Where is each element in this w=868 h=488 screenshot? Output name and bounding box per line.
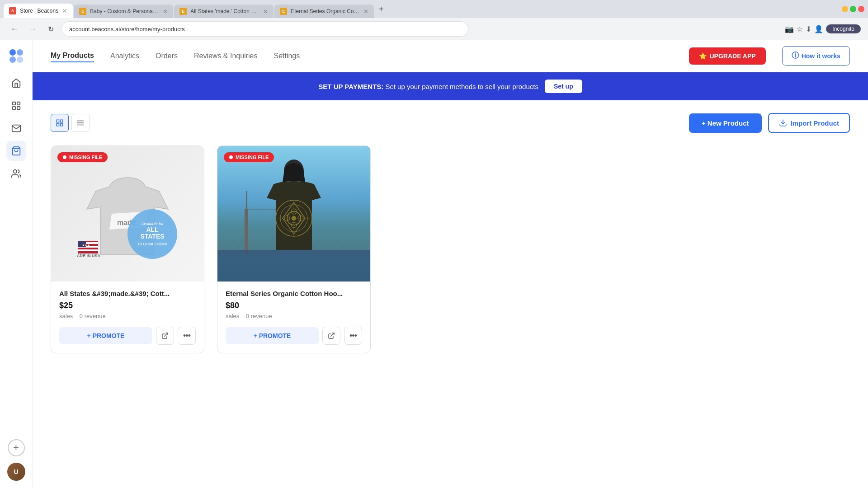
product-1-more-button[interactable]: ••• — [178, 327, 196, 345]
new-tab-button[interactable]: + — [375, 3, 387, 15]
product-2-open-button[interactable] — [322, 327, 340, 345]
svg-point-0 — [9, 49, 16, 56]
svg-text:ALL: ALL — [146, 226, 159, 233]
sidebar-item-people[interactable] — [6, 164, 26, 183]
upgrade-app-button[interactable]: ⭐ UPGRADE APP — [689, 47, 765, 65]
window-maximize[interactable] — [850, 6, 856, 12]
product-1-title: All States &#39;made.&#39; Cott... — [59, 290, 196, 297]
product-2-more-button[interactable]: ••• — [344, 327, 362, 345]
question-circle-icon: ⓘ — [792, 51, 799, 61]
svg-rect-12 — [57, 124, 59, 126]
nav-orders[interactable]: Orders — [156, 50, 178, 62]
banner-title: SET UP PAYMENTS: — [318, 83, 383, 90]
sidebar-item-home[interactable] — [6, 73, 26, 93]
svg-rect-10 — [57, 120, 59, 122]
reload-button[interactable]: ↻ — [43, 22, 58, 36]
back-button[interactable]: ← — [7, 22, 22, 36]
setup-button[interactable]: Set up — [545, 80, 582, 93]
how-it-works-button[interactable]: ⓘ How it works — [782, 46, 850, 66]
external-link-2-icon — [328, 332, 335, 339]
toolbar: + New Product Import Product — [51, 113, 850, 133]
svg-rect-6 — [12, 107, 15, 109]
tab-2-favicon: E — [79, 8, 86, 15]
product-2-actions: + PROMOTE ••• — [226, 327, 362, 345]
import-product-button[interactable]: Import Product — [768, 113, 850, 133]
product-1-sales-spacer — [75, 313, 78, 319]
tab-2-close[interactable]: ✕ — [163, 8, 168, 15]
nav-settings[interactable]: Settings — [274, 50, 300, 62]
product-2-promote-button[interactable]: + PROMOTE — [226, 327, 319, 344]
tab-1[interactable]: S Store | Beacons ✕ — [4, 4, 73, 18]
tab-4-label: Eternal Series Organic Cotton H... — [291, 8, 360, 14]
tab-3[interactable]: E All States 'made.' Cotton Baby C... ✕ — [174, 5, 274, 18]
nav-analytics[interactable]: Analytics — [110, 50, 139, 62]
svg-point-3 — [17, 56, 23, 63]
address-text: account.beacons.ai/store/home/my-product… — [69, 26, 185, 33]
nav-my-products[interactable]: My Products — [51, 50, 94, 62]
product-1-open-button[interactable] — [156, 327, 174, 345]
product-2-image-container: MISSING FILE — [217, 146, 370, 282]
tab-3-favicon: E — [179, 8, 187, 15]
sidebar: + U — [0, 40, 33, 488]
address-bar-row: ← → ↻ account.beacons.ai/store/home/my-p… — [0, 18, 868, 40]
tab-1-label: Store | Beacons — [20, 8, 58, 14]
grid-icon — [56, 119, 64, 127]
external-link-icon — [161, 332, 169, 339]
product-2-sales-spacer — [241, 313, 244, 319]
nav-reviews[interactable]: Reviews & Inquiries — [194, 50, 258, 62]
banner-text: SET UP PAYMENTS: Set up your payment met… — [318, 83, 538, 90]
svg-text:STATES: STATES — [140, 233, 164, 240]
product-1-info: All States &#39;made.&#39; Cott... $25 s… — [51, 282, 204, 353]
new-product-button[interactable]: + New Product — [689, 113, 762, 133]
forward-button[interactable]: → — [25, 22, 40, 36]
tab-2[interactable]: E Baby - Custom & Personalised... ✕ — [74, 5, 173, 18]
more-dots-2-icon: ••• — [349, 331, 357, 341]
product-1-actions: + PROMOTE ••• — [59, 327, 196, 345]
product-card-1[interactable]: made. Available for ALL STATES 10 Great … — [51, 145, 204, 353]
svg-line-31 — [165, 333, 168, 336]
svg-text:10 Great Colors!: 10 Great Colors! — [137, 242, 167, 246]
setup-payments-banner: SET UP PAYMENTS: Set up your payment met… — [33, 72, 868, 100]
missing-dot-icon — [63, 155, 66, 159]
tab-1-close[interactable]: ✕ — [62, 7, 67, 14]
sidebar-item-mail[interactable] — [6, 118, 26, 138]
grid-view-button[interactable] — [51, 114, 69, 132]
address-bar[interactable]: account.beacons.ai/store/home/my-product… — [61, 21, 468, 37]
sidebar-add-button[interactable]: + — [8, 439, 25, 456]
product-1-sales: sales 0 revenue — [59, 313, 196, 319]
list-icon — [76, 119, 85, 127]
sidebar-item-apps[interactable] — [6, 96, 26, 116]
svg-rect-11 — [61, 120, 63, 122]
tab-4[interactable]: E Eternal Series Organic Cotton H... ✕ — [274, 5, 374, 18]
svg-text:Available for: Available for — [141, 221, 164, 226]
product-card-2[interactable]: MISSING FILE Eternal Series Organic Cott… — [217, 145, 371, 353]
product-2-revenue: 0 revenue — [246, 313, 272, 319]
product-1-price: $25 — [59, 301, 196, 310]
how-works-label: How it works — [802, 52, 840, 60]
product-2-missing-file-badge: MISSING FILE — [224, 152, 274, 162]
tab-2-label: Baby - Custom & Personalised... — [90, 8, 159, 14]
tab-3-close[interactable]: ✕ — [263, 8, 268, 15]
app-logo[interactable] — [7, 47, 25, 65]
product-grid: made. Available for ALL STATES 10 Great … — [51, 145, 850, 353]
product-1-promote-button[interactable]: + PROMOTE — [59, 327, 152, 344]
import-icon — [779, 119, 787, 127]
sidebar-item-store[interactable] — [6, 141, 26, 161]
content-area: + New Product Import Product — [33, 100, 868, 488]
apps-icon — [11, 101, 21, 111]
import-label: Import Product — [791, 119, 840, 127]
product-2-title: Eternal Series Organic Cotton Hoo... — [226, 290, 362, 297]
avatar[interactable]: U — [7, 463, 25, 481]
svg-point-2 — [9, 56, 16, 63]
list-view-button[interactable] — [71, 114, 90, 132]
window-minimize[interactable] — [842, 6, 848, 12]
bookmark-icon[interactable]: ☆ — [797, 25, 803, 33]
tab-4-close[interactable]: ✕ — [363, 8, 368, 15]
window-close[interactable] — [858, 6, 864, 12]
product-2-info: Eternal Series Organic Cotton Hoo... $80… — [217, 282, 370, 353]
missing-file-label-2: MISSING FILE — [236, 155, 269, 160]
download-icon[interactable]: ⬇ — [806, 25, 811, 33]
more-dots-icon: ••• — [183, 331, 190, 341]
top-nav: My Products Analytics Orders Reviews & I… — [33, 40, 868, 72]
profile-icon[interactable]: 👤 — [814, 25, 823, 33]
